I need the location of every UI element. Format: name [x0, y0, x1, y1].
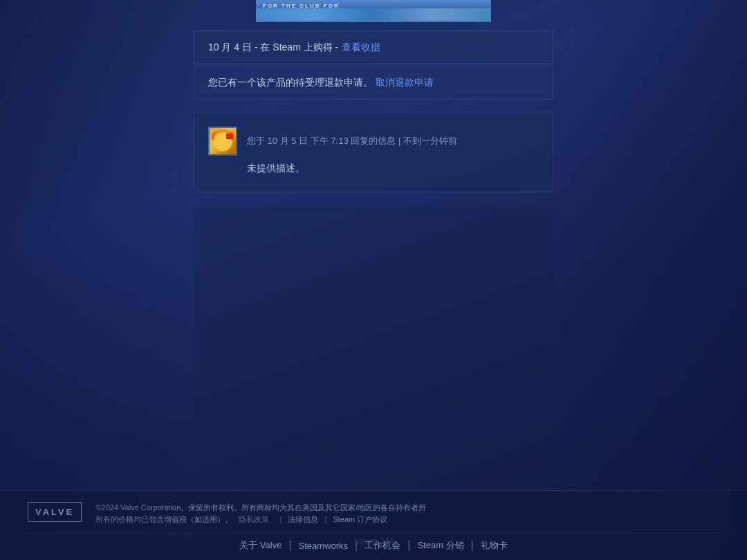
subscriber-agreement-link[interactable]: Steam 订户协议	[333, 515, 387, 523]
footer-nav-jobs[interactable]: 工作机会	[365, 539, 400, 552]
footer-nav-valve[interactable]: 关于 Valve	[239, 539, 282, 552]
game-banner: FOR THE CLUB FOR	[256, 0, 491, 22]
footer-nav: 关于 Valve | Steamworks | 工作机会 | Steam 分销 …	[28, 533, 719, 552]
view-receipt-link[interactable]: 查看收据	[342, 41, 380, 53]
footer-nav-gift-card[interactable]: 礼物卡	[481, 539, 508, 552]
message-body: 未提供描述。	[208, 162, 539, 175]
refund-notice-box: 您已有一个该产品的待受理退款申请。 取消退款申请	[194, 66, 553, 100]
empty-content-area	[194, 206, 553, 490]
message-timestamp: 您于 10 月 5 日 下午 7:13 回复的信息 | 不到一分钟前	[247, 135, 457, 147]
banner-text: FOR THE CLUB FOR	[263, 3, 340, 9]
footer-nav-steamworks[interactable]: Steamworks	[299, 541, 349, 551]
valve-logo: VALVE	[28, 502, 82, 522]
copyright-line1: ©2024 Valve Corporation。保留所有权利。所有商标均为其在美…	[95, 502, 719, 514]
footer: VALVE ©2024 Valve Corporation。保留所有权利。所有商…	[0, 490, 747, 560]
refund-notice-text: 您已有一个该产品的待受理退款申请。	[208, 77, 373, 88]
legal-info-link[interactable]: 法律信息	[288, 515, 318, 523]
message-section: 您于 10 月 5 日 下午 7:13 回复的信息 | 不到一分钟前 未提供描述…	[194, 112, 553, 192]
copyright-line2: 所有的价格均已包含增值税（如适用）。 隐私政策 | 法律信息 | Steam 订…	[95, 514, 719, 526]
footer-nav-steam-distribution[interactable]: Steam 分销	[417, 539, 463, 552]
purchase-info-box: 10 月 4 日 - 在 Steam 上购得 - 查看收据	[194, 30, 553, 64]
purchase-text: 10 月 4 日 - 在 Steam 上购得 -	[208, 41, 338, 53]
avatar	[208, 127, 237, 156]
footer-copyright: ©2024 Valve Corporation。保留所有权利。所有商标均为其在美…	[95, 502, 719, 526]
cancel-refund-link[interactable]: 取消退款申请	[376, 77, 434, 88]
message-header: 您于 10 月 5 日 下午 7:13 回复的信息 | 不到一分钟前	[208, 127, 539, 156]
